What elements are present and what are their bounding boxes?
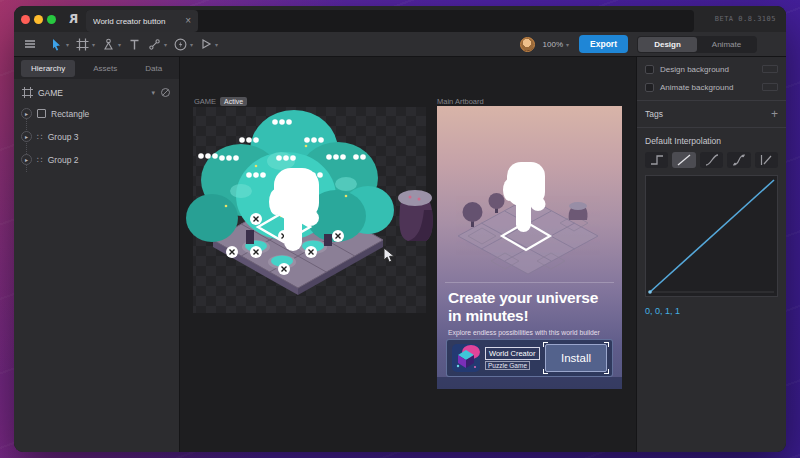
tree-row-group2[interactable]: ▸ ∷ Group 2 [14, 148, 179, 171]
play-tool-caret-icon[interactable]: ▾ [215, 41, 218, 48]
rock[interactable] [398, 190, 433, 241]
tab-hierarchy[interactable]: Hierarchy [21, 60, 75, 77]
rive-logo: R [69, 12, 78, 26]
interpolation-header: Default Interpolation [637, 132, 786, 150]
main-menu-button[interactable] [23, 37, 37, 51]
mode-toggle: Design Animate [637, 36, 757, 53]
cubic-values-label: 0, 0, 1, 1 [645, 306, 778, 316]
tab-assets[interactable]: Assets [83, 60, 127, 77]
game-app-icon [452, 344, 480, 372]
app-window: R World creator button × BETA 0.8.3105 ▾ [14, 6, 786, 452]
tab-data[interactable]: Data [135, 60, 172, 77]
artboard-icon [22, 87, 33, 100]
group-icon: ∷ [37, 158, 43, 162]
disclosure-icon[interactable]: ▸ [21, 154, 32, 165]
promo-headline: Create your universe in minutes! [448, 289, 598, 325]
interpolation-buttons [637, 150, 786, 168]
promo-subtext: Explore endless possibilities with this … [448, 329, 600, 336]
group-icon: ∷ [37, 135, 43, 139]
divider [637, 100, 786, 101]
tags-header: Tags + [637, 105, 786, 123]
promo-card[interactable]: World Creator Puzzle Game Install [446, 339, 613, 377]
interp-custom-button[interactable] [755, 152, 778, 168]
main-artboard[interactable]: Create your universe in minutes! Explore… [437, 106, 622, 389]
tree-row-group3[interactable]: ▸ ∷ Group 3 [14, 125, 179, 148]
close-window-button[interactable] [21, 15, 30, 24]
pen-tool-caret-icon[interactable]: ▾ [118, 41, 121, 48]
text-tool-button[interactable] [128, 38, 141, 51]
mouse-cursor [383, 247, 395, 264]
interp-linear-button[interactable] [672, 152, 695, 168]
interp-elastic-button[interactable] [727, 152, 750, 168]
artboard-tool-button[interactable]: ▾ [76, 38, 95, 51]
artboard-header-row[interactable]: GAME ▾ [14, 84, 179, 102]
zoom-window-button[interactable] [47, 15, 56, 24]
file-tab[interactable]: World creator button × [86, 10, 198, 32]
design-mode-tab[interactable]: Design [638, 37, 697, 52]
left-panel-tabs: Hierarchy Assets Data [14, 57, 179, 79]
color-swatch[interactable] [645, 83, 654, 92]
file-tab-title: World creator button [93, 17, 179, 26]
artboard-options-icon[interactable] [160, 87, 171, 100]
export-button[interactable]: Export [579, 35, 628, 53]
animate-background-row[interactable]: Animate background [637, 78, 786, 96]
tab-close-icon[interactable]: × [185, 16, 191, 26]
divider [445, 282, 614, 283]
add-tag-icon[interactable]: + [771, 108, 778, 120]
minimize-window-button[interactable] [34, 15, 43, 24]
lightning-circle-icon [174, 38, 187, 51]
selection-corner [604, 342, 609, 347]
install-button[interactable]: Install [545, 344, 607, 372]
bone-tool-caret-icon[interactable]: ▾ [164, 41, 167, 48]
artboard-tool-caret-icon[interactable]: ▾ [92, 41, 95, 48]
zoom-level-dropdown[interactable]: 100% ▾ [543, 40, 569, 49]
selection-corner [604, 369, 609, 374]
game-scene[interactable] [186, 106, 438, 318]
background-value-box[interactable] [762, 83, 778, 91]
disclosure-icon[interactable]: ▸ [21, 131, 32, 142]
selection-corner [543, 342, 548, 347]
active-badge: Active [220, 97, 247, 106]
game-artboard-label[interactable]: GAME Active [194, 97, 247, 106]
artboard-frame-icon [76, 38, 89, 51]
play-tool-button[interactable]: ▾ [200, 38, 218, 50]
selection-corner [543, 369, 548, 374]
title-bar: R World creator button × BETA 0.8.3105 [14, 6, 786, 32]
interp-hold-button[interactable] [645, 152, 668, 168]
divider [637, 127, 786, 128]
pen-nib-icon [102, 38, 115, 51]
background-value-box[interactable] [762, 65, 778, 73]
app-category-field[interactable]: Puzzle Game [485, 361, 530, 370]
design-canvas[interactable]: GAME Active Main Artboard [180, 57, 636, 452]
events-tool-button[interactable]: ▾ [174, 38, 193, 51]
main-artboard-scene [437, 106, 622, 286]
select-tool-button[interactable]: ▾ [50, 38, 69, 51]
bone-icon [148, 38, 161, 51]
app-text-fields: World Creator Puzzle Game [485, 347, 540, 370]
inspector-panel: Design background Animate background Tag… [636, 57, 786, 452]
hierarchy-panel: Hierarchy Assets Data GAME ▾ ▸ [14, 57, 180, 452]
tree-row-rectangle[interactable]: ▸ Rectangle [14, 102, 179, 125]
tab-strip: World creator button × [86, 10, 694, 32]
toolbar: ▾ ▾ ▾ ▾ ▾ [14, 32, 786, 57]
color-swatch[interactable] [645, 65, 654, 74]
design-background-row[interactable]: Design background [637, 60, 786, 78]
events-tool-caret-icon[interactable]: ▾ [190, 41, 193, 48]
artboard-bottom-band [437, 377, 622, 389]
interp-cubic-button[interactable] [700, 152, 723, 168]
main-artboard-label[interactable]: Main Artboard [437, 97, 484, 106]
zoom-level-value: 100% [543, 40, 563, 49]
pen-tool-button[interactable]: ▾ [102, 38, 121, 51]
linear-curve [650, 180, 774, 292]
app-name-field[interactable]: World Creator [485, 347, 540, 360]
text-tool-icon [128, 38, 141, 51]
play-icon [200, 38, 212, 50]
animate-mode-tab[interactable]: Animate [697, 37, 756, 52]
interpolation-graph[interactable] [645, 175, 778, 297]
select-tool-caret-icon[interactable]: ▾ [66, 41, 69, 48]
bone-tool-button[interactable]: ▾ [148, 38, 167, 51]
user-avatar[interactable] [520, 37, 535, 52]
hamburger-icon [23, 37, 37, 51]
disclosure-icon[interactable]: ▸ [21, 108, 32, 119]
artboard-chevron-icon[interactable]: ▾ [151, 89, 155, 97]
